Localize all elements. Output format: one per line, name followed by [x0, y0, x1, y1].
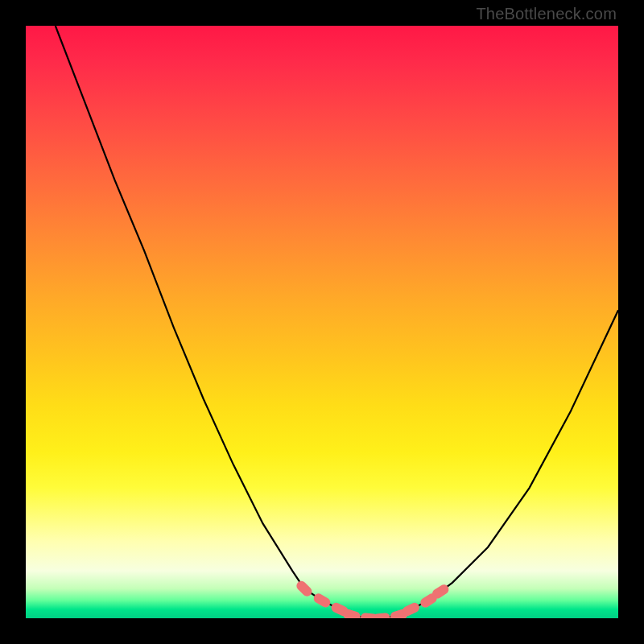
curve-marker	[312, 592, 332, 609]
curve-marker	[372, 613, 390, 618]
bottleneck-curve	[56, 26, 618, 618]
chart-frame: TheBottleneck.com	[0, 0, 644, 644]
curve-marker	[295, 579, 314, 598]
bottleneck-curve-svg	[26, 26, 618, 618]
attribution-label: TheBottleneck.com	[476, 5, 617, 23]
marker-group	[295, 579, 451, 618]
plot-area	[26, 26, 618, 618]
